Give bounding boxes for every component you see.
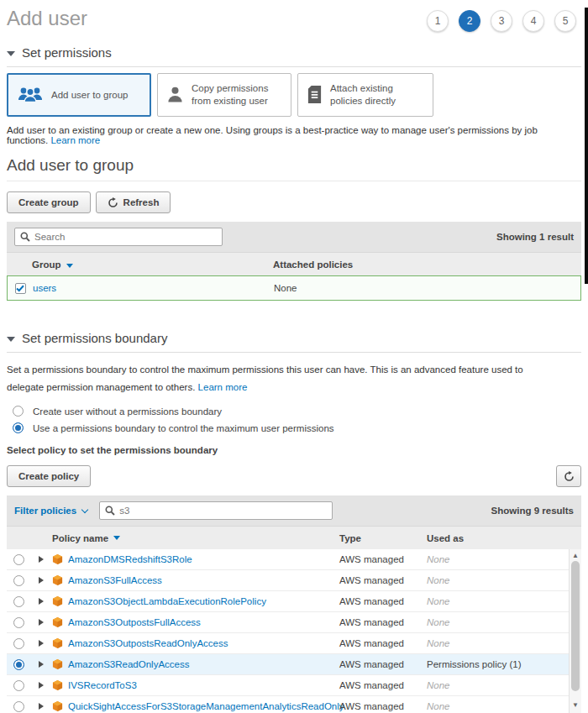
policy-type: AWS managed	[339, 617, 427, 627]
group-column-label: Group	[32, 260, 61, 270]
filter-policies-dropdown[interactable]: Filter policies	[14, 506, 87, 516]
group-attached-policies-value: None	[274, 283, 580, 293]
scrollbar-thumb[interactable]	[571, 561, 580, 691]
groups-result-count: Showing 1 result	[496, 232, 574, 242]
policy-used-as: None	[427, 575, 581, 585]
refresh-button-label: Refresh	[123, 197, 160, 207]
step-4: 4	[522, 10, 544, 32]
policy-name-link[interactable]: AmazonDMSRedshiftS3Role	[68, 554, 192, 564]
policy-radio[interactable]	[13, 575, 24, 586]
policies-toolbar: Filter policies Showing 9 results	[7, 495, 581, 526]
policy-row[interactable]: AmazonS3OutpostsReadOnlyAccess AWS manag…	[7, 633, 581, 654]
refresh-button[interactable]: Refresh	[96, 191, 171, 213]
policy-name-link[interactable]: AmazonS3OutpostsReadOnlyAccess	[68, 638, 228, 648]
search-icon	[20, 232, 30, 242]
expand-row-icon[interactable]	[39, 661, 44, 668]
step-5: 5	[554, 10, 576, 32]
group-checkbox-checked[interactable]	[15, 283, 26, 294]
policy-row[interactable]: IVSRecordToS3 AWS managed None	[7, 675, 581, 696]
boundary-description: Set a permissions boundary to control th…	[7, 361, 554, 396]
refresh-icon	[108, 197, 118, 208]
policy-radio[interactable]	[13, 680, 24, 691]
policy-name-link[interactable]: AmazonS3FullAccess	[68, 575, 162, 585]
group-row-users[interactable]: users None	[7, 275, 581, 301]
policy-row[interactable]: QuickSightAccessForS3StorageManagementAn…	[7, 696, 581, 713]
policy-row[interactable]: AmazonS3OutpostsFullAccess AWS managed N…	[7, 612, 581, 633]
set-permissions-heading[interactable]: Set permissions	[7, 45, 581, 67]
expand-row-icon[interactable]	[39, 556, 44, 563]
policy-radio[interactable]	[13, 596, 24, 607]
expand-row-icon[interactable]	[39, 682, 44, 689]
card-label: Attach existing policies directly	[330, 82, 424, 107]
refresh-icon	[564, 471, 575, 482]
radio-selected[interactable]	[13, 422, 24, 433]
expand-row-icon[interactable]	[39, 577, 44, 584]
step-3: 3	[491, 10, 512, 32]
expand-row-icon[interactable]	[39, 703, 44, 710]
policy-radio[interactable]	[13, 701, 24, 712]
search-icon	[105, 506, 115, 516]
chevron-down-icon	[81, 506, 88, 513]
user-group-icon	[17, 85, 44, 105]
table-scrollbar[interactable]: ▲ ▼	[569, 549, 581, 713]
group-column-header[interactable]: Group	[32, 260, 273, 270]
step-2-active: 2	[459, 10, 480, 32]
policies-search[interactable]	[99, 501, 333, 520]
policy-name-link[interactable]: AmazonS3OutpostsFullAccess	[68, 617, 201, 627]
policy-actions: Create policy	[7, 465, 581, 487]
policy-used-as: Permissions policy (1)	[427, 659, 581, 669]
policies-search-input[interactable]	[119, 506, 327, 516]
radio-option-no-boundary[interactable]: Create user without a permissions bounda…	[13, 406, 581, 417]
policy-type: AWS managed	[339, 659, 427, 669]
refresh-policies-button[interactable]	[556, 465, 581, 487]
page-header: Add user 1 2 3 4 5	[7, 5, 581, 32]
card-copy-permissions[interactable]: Copy permissions from existing user	[157, 73, 291, 117]
learn-more-link[interactable]: Learn more	[50, 135, 100, 145]
policy-radio[interactable]	[13, 617, 24, 628]
policy-name-link[interactable]: AmazonS3ObjectLambdaExecutionRolePolicy	[68, 596, 266, 606]
scroll-down-icon[interactable]: ▼	[570, 701, 581, 710]
card-attach-policies[interactable]: Attach existing policies directly	[297, 73, 433, 117]
policy-used-as: None	[427, 617, 581, 627]
policy-name-link[interactable]: IVSRecordToS3	[68, 680, 137, 690]
policy-used-as: None	[427, 680, 581, 690]
policy-name-link[interactable]: AmazonS3ReadOnlyAccess	[68, 659, 189, 669]
scroll-up-icon[interactable]: ▲	[570, 552, 581, 560]
expand-row-icon[interactable]	[39, 598, 44, 605]
policy-radio-selected[interactable]	[13, 659, 24, 670]
policies-table-body: AmazonDMSRedshiftS3Role AWS managed None…	[7, 549, 581, 713]
add-user-to-group-heading: Add user to group	[7, 156, 581, 181]
policy-row[interactable]: AmazonDMSRedshiftS3Role AWS managed None	[7, 549, 581, 570]
policy-type: AWS managed	[339, 554, 427, 564]
policy-row-selected[interactable]: AmazonS3ReadOnlyAccess AWS managed Permi…	[7, 654, 581, 675]
radio-unselected[interactable]	[13, 406, 24, 417]
policy-name-link[interactable]: QuickSightAccessForS3StorageManagementAn…	[68, 701, 344, 711]
card-add-user-to-group[interactable]: Add user to group	[7, 73, 151, 117]
create-group-button[interactable]: Create group	[7, 191, 91, 213]
group-name-link[interactable]: users	[33, 283, 56, 293]
radio-label: Create user without a permissions bounda…	[33, 406, 222, 417]
set-permissions-heading-label: Set permissions	[22, 45, 112, 60]
page-scrollbar-thumb[interactable]	[585, 8, 588, 284]
radio-option-use-boundary[interactable]: Use a permissions boundary to control th…	[13, 422, 581, 433]
group-description: Add user to an existing group or create …	[7, 125, 581, 145]
policy-icon	[52, 637, 63, 649]
policy-radio[interactable]	[13, 554, 24, 565]
policy-row[interactable]: AmazonS3ObjectLambdaExecutionRolePolicy …	[7, 591, 581, 612]
policy-used-as: None	[427, 554, 581, 564]
page-title: Add user	[7, 5, 87, 30]
policy-row[interactable]: AmazonS3FullAccess AWS managed None	[7, 570, 581, 591]
learn-more-link[interactable]: Learn more	[198, 382, 248, 392]
sort-desc-icon	[66, 264, 73, 268]
policy-icon	[52, 553, 63, 565]
policy-name-column-header[interactable]: Policy name	[52, 533, 339, 543]
create-policy-button[interactable]: Create policy	[7, 465, 91, 487]
groups-table-header: Group Attached policies	[7, 252, 581, 275]
groups-search[interactable]	[14, 228, 223, 246]
attached-policies-column-header: Attached policies	[273, 260, 581, 270]
policy-radio[interactable]	[13, 638, 24, 649]
groups-search-input[interactable]	[34, 232, 217, 242]
expand-row-icon[interactable]	[39, 619, 44, 626]
permissions-boundary-heading[interactable]: Set permissions boundary	[7, 331, 581, 353]
expand-row-icon[interactable]	[39, 640, 44, 647]
